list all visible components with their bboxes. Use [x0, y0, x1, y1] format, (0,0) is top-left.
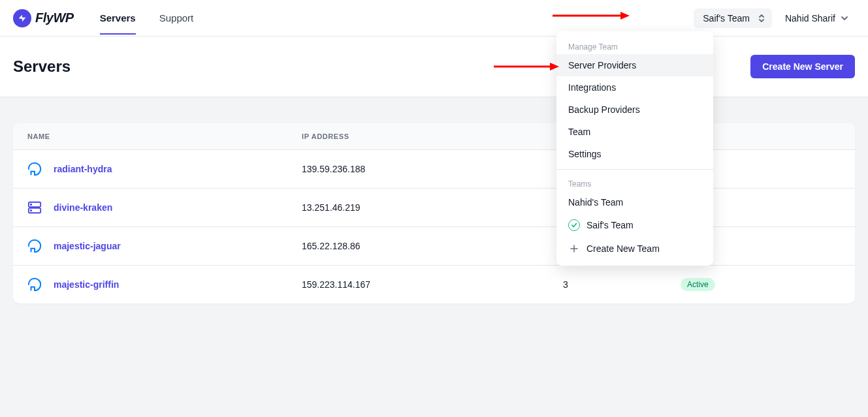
- updown-icon: [758, 14, 765, 23]
- team-selector[interactable]: Saif's Team: [694, 8, 772, 28]
- server-link[interactable]: radiant-hydra: [54, 164, 112, 174]
- ip-cell: 13.251.46.219: [287, 189, 549, 227]
- arrow-annotation-1: [553, 11, 630, 20]
- plus-icon: [568, 243, 580, 255]
- page-header: Servers Create New Server: [0, 37, 868, 97]
- page-title: Servers: [13, 57, 71, 76]
- nav-links: Servers Support: [100, 1, 194, 35]
- svg-point-2: [31, 204, 31, 205]
- ip-cell: 159.223.114.167: [287, 266, 549, 304]
- arrow-annotation-2: [494, 62, 559, 71]
- dropdown-teams-label: Teams: [556, 174, 713, 191]
- team-selector-label: Saif's Team: [703, 13, 750, 23]
- ip-cell: 165.22.128.86: [287, 227, 549, 266]
- team-nahids[interactable]: Nahid's Team: [556, 191, 713, 213]
- logo-text: FlyWP: [35, 10, 74, 25]
- create-team-label: Create New Team: [587, 243, 660, 254]
- nav-right: Saif's Team Nahid Sharif: [694, 8, 855, 28]
- user-name: Nahid Sharif: [785, 13, 835, 23]
- svg-marker-7: [550, 63, 559, 70]
- nav-servers[interactable]: Servers: [100, 1, 136, 35]
- server-link[interactable]: majestic-jaguar: [54, 241, 121, 251]
- menu-server-providers[interactable]: Server Providers: [556, 54, 713, 76]
- status-badge: Active: [681, 278, 715, 291]
- col-ip: IP ADDRESS: [287, 123, 549, 150]
- digitalocean-icon: [27, 277, 42, 292]
- logo[interactable]: FlyWP: [13, 9, 74, 27]
- dropdown-divider: [556, 169, 713, 170]
- table-row: divine-kraken13.251.46.219: [13, 189, 855, 227]
- server-link[interactable]: divine-kraken: [54, 202, 112, 213]
- menu-team[interactable]: Team: [556, 121, 713, 143]
- check-circle-icon: [568, 219, 580, 231]
- content: NAME IP ADDRESS SITES STATUS radiant-hyd…: [0, 97, 868, 317]
- menu-integrations[interactable]: Integrations: [556, 76, 713, 99]
- col-name: NAME: [13, 123, 287, 150]
- digitalocean-icon: [27, 239, 42, 253]
- team-dropdown: Manage Team Server Providers Integration…: [556, 31, 713, 266]
- menu-backup-providers[interactable]: Backup Providers: [556, 99, 713, 121]
- chevron-down-icon: [841, 14, 848, 22]
- digitalocean-icon: [27, 162, 42, 176]
- svg-marker-5: [620, 12, 630, 20]
- server-link[interactable]: majestic-griffin: [54, 279, 119, 290]
- ip-cell: 139.59.236.188: [287, 150, 549, 189]
- svg-point-3: [31, 210, 31, 211]
- sites-cell: 3: [549, 266, 666, 304]
- user-menu[interactable]: Nahid Sharif: [785, 13, 855, 23]
- team-saifs-label: Saif's Team: [587, 220, 634, 230]
- create-new-team[interactable]: Create New Team: [556, 237, 713, 260]
- table-row: majestic-griffin159.223.114.1673Active: [13, 266, 855, 304]
- logo-mark-icon: [13, 9, 31, 27]
- status-cell: Active: [666, 266, 855, 304]
- table-row: radiant-hydra139.59.236.188: [13, 150, 855, 189]
- dropdown-manage-label: Manage Team: [556, 37, 713, 54]
- server-icon: [27, 200, 42, 215]
- create-server-button[interactable]: Create New Server: [750, 55, 855, 78]
- menu-settings[interactable]: Settings: [556, 143, 713, 165]
- top-nav: FlyWP Servers Support Saif's Team Nahid …: [0, 0, 868, 37]
- servers-table: NAME IP ADDRESS SITES STATUS radiant-hyd…: [13, 123, 855, 303]
- table-row: majestic-jaguar165.22.128.86: [13, 227, 855, 266]
- nav-support[interactable]: Support: [159, 1, 194, 35]
- team-saifs[interactable]: Saif's Team: [556, 213, 713, 237]
